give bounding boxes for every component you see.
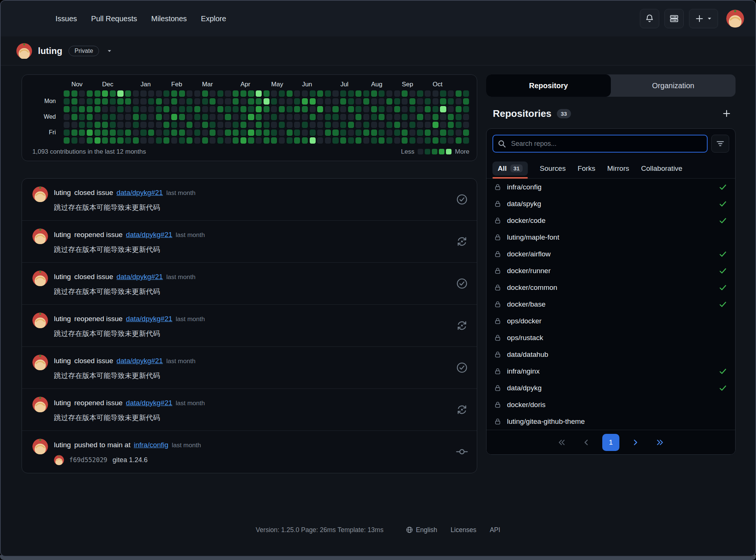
profile-avatar[interactable] (16, 43, 32, 59)
feed-avatar[interactable] (32, 439, 48, 454)
heatmap-week-column (363, 90, 369, 144)
repo-row[interactable]: data/dpykg (487, 380, 735, 396)
footer-link-licenses[interactable]: Licenses (451, 526, 476, 534)
context-tab-organization[interactable]: Organization (611, 74, 736, 97)
repo-filter-button[interactable] (711, 135, 729, 153)
feed-target-link[interactable]: data/dpykg#21 (117, 273, 163, 281)
current-page-button[interactable]: 1 (602, 434, 619, 451)
heatmap-cell (117, 137, 123, 144)
feed-avatar[interactable] (32, 271, 48, 286)
heatmap-cell (456, 129, 462, 136)
filter-tab-label: All (498, 164, 507, 173)
repo-row[interactable]: infra/config (487, 179, 735, 195)
filter-tab-forks[interactable]: Forks (578, 159, 596, 178)
heatmap-cell (340, 137, 346, 144)
first-page-button[interactable] (553, 434, 570, 451)
feed-actor-link[interactable]: luting (54, 441, 71, 449)
repo-row[interactable]: docker/doris (487, 396, 735, 413)
repo-row[interactable]: docker/common (487, 279, 735, 296)
repo-name-link[interactable]: data/datahub (507, 351, 548, 359)
heatmap-week-column (287, 90, 293, 144)
feed-target-link[interactable]: data/dpykg#21 (126, 231, 172, 239)
heatmap-cell (95, 122, 101, 128)
next-page-button[interactable] (627, 434, 644, 451)
repo-name-link[interactable]: infra/config (507, 183, 542, 191)
repo-name-link[interactable]: ops/docker (507, 317, 542, 325)
repo-row[interactable]: luting/maple-font (487, 229, 735, 246)
create-new-button[interactable] (689, 9, 718, 28)
filter-tab-sources[interactable]: Sources (540, 159, 566, 178)
footer-version-info: Version: 1.25.0 Page: 26ms Template: 13m… (256, 526, 383, 534)
repo-row[interactable]: docker/base (487, 296, 735, 313)
repo-name-link[interactable]: luting/gitea-github-theme (507, 417, 585, 426)
repo-name-link[interactable]: data/spykg (507, 200, 541, 208)
feed-target-link[interactable]: data/dpykg#21 (117, 189, 163, 197)
feed-target-link[interactable]: data/dpykg#21 (117, 357, 163, 365)
repo-name-link[interactable]: docker/common (507, 284, 557, 292)
profile-dropdown-caret[interactable] (106, 48, 112, 54)
repo-row[interactable]: docker/airflow (487, 246, 735, 262)
feed-target-link[interactable]: data/dpykg#21 (126, 399, 172, 407)
repo-row[interactable]: data/spykg (487, 195, 735, 212)
heatmap-cell (325, 129, 331, 136)
feed-avatar[interactable] (32, 355, 48, 370)
heatmap-cell (117, 122, 123, 128)
repo-name-link[interactable]: docker/base (507, 300, 546, 308)
repo-row[interactable]: luting/gitea-github-theme (487, 413, 735, 430)
heatmap-cell (264, 90, 269, 97)
context-tab-repository[interactable]: Repository (486, 74, 611, 97)
heatmap-cell (156, 122, 162, 128)
admin-panel-button[interactable] (664, 9, 684, 28)
feed-actor-link[interactable]: luting (54, 231, 71, 239)
heatmap-cell (310, 129, 316, 136)
profile-username[interactable]: luting (38, 46, 62, 56)
filter-tab-all[interactable]: All31 (492, 159, 528, 178)
filter-tab-collaborative[interactable]: Collaborative (641, 159, 682, 178)
feed-target-link[interactable]: infra/config (134, 441, 168, 449)
notifications-button[interactable] (640, 9, 659, 28)
gitea-logo-icon[interactable] (17, 9, 37, 29)
repo-name-link[interactable]: luting/maple-font (507, 233, 559, 241)
feed-actor-link[interactable]: luting (54, 189, 71, 197)
feed-avatar[interactable] (32, 397, 48, 412)
footer-link-api[interactable]: API (490, 526, 500, 534)
feed-avatar[interactable] (32, 313, 48, 328)
repo-row[interactable]: ops/rustack (487, 329, 735, 346)
filter-tab-mirrors[interactable]: Mirrors (607, 159, 629, 178)
nav-link-issues[interactable]: Issues (48, 11, 84, 27)
heatmap-cell (233, 90, 239, 97)
repo-row[interactable]: infra/nginx (487, 363, 735, 380)
nav-link-explore[interactable]: Explore (194, 11, 233, 27)
heatmap-cell (317, 98, 323, 105)
repo-name-link[interactable]: infra/nginx (507, 367, 540, 375)
feed-actor-link[interactable]: luting (54, 357, 71, 365)
feed-avatar[interactable] (32, 228, 48, 244)
footer-link-english[interactable]: English (406, 526, 437, 534)
repo-name-link[interactable]: docker/code (507, 217, 546, 225)
feed-actor-link[interactable]: luting (54, 315, 71, 323)
commit-hash-link[interactable]: f69d552029 (69, 456, 107, 464)
repo-name-link[interactable]: docker/airflow (507, 250, 551, 258)
add-repo-button[interactable] (720, 107, 733, 120)
feed-actor-link[interactable]: luting (54, 399, 71, 407)
repo-name-link[interactable]: data/dpykg (507, 384, 542, 392)
repo-row[interactable]: docker/runner (487, 262, 735, 279)
repo-name-link[interactable]: docker/runner (507, 267, 551, 275)
heatmap-cell (87, 114, 93, 120)
repo-search-input[interactable] (492, 135, 708, 153)
nav-link-pull-requests[interactable]: Pull Requests (84, 11, 144, 27)
heatmap-cell (125, 98, 131, 105)
last-page-button[interactable] (651, 434, 669, 451)
feed-actor-link[interactable]: luting (54, 273, 71, 281)
feed-target-link[interactable]: data/dpykg#21 (126, 315, 172, 323)
nav-link-milestones[interactable]: Milestones (144, 11, 194, 27)
feed-avatar[interactable] (32, 186, 48, 202)
repo-row[interactable]: ops/docker (487, 313, 735, 329)
prev-page-button[interactable] (578, 434, 595, 451)
repo-name-link[interactable]: ops/rustack (507, 334, 543, 342)
repo-row[interactable]: data/datahub (487, 346, 735, 363)
repo-row[interactable]: docker/code (487, 212, 735, 229)
heatmap-cell (125, 137, 131, 144)
user-avatar[interactable] (726, 10, 744, 28)
repo-name-link[interactable]: docker/doris (507, 401, 546, 409)
